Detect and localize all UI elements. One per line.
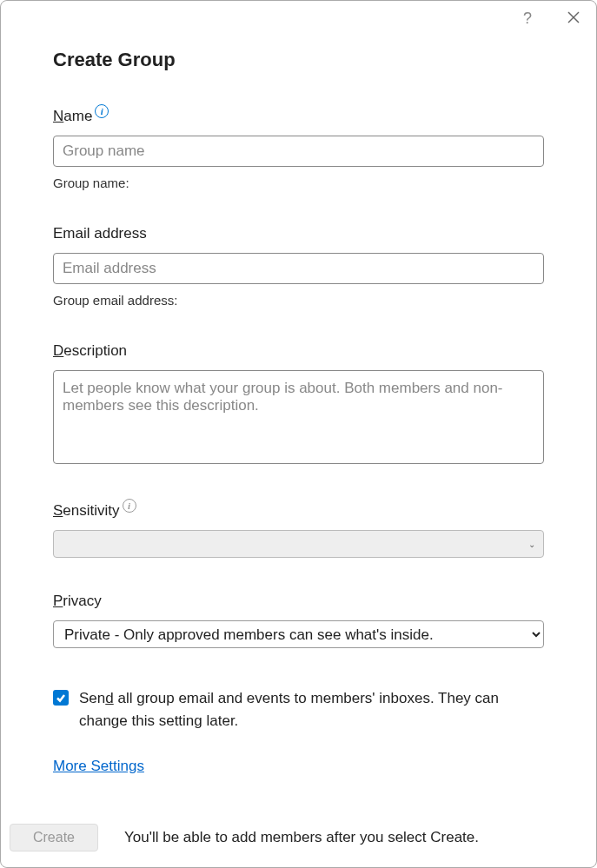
privacy-field-group: Privacy Private - Only approved members …	[53, 593, 544, 648]
description-label: Description	[53, 342, 544, 360]
description-input[interactable]	[53, 370, 544, 464]
close-icon[interactable]	[567, 10, 580, 28]
description-field-group: Description	[53, 342, 544, 467]
create-group-dialog: ? Create Group Name i Group name: Email …	[0, 0, 597, 868]
sensitivity-label: Sensitivity i	[53, 502, 544, 520]
dialog-title: Create Group	[53, 49, 544, 71]
more-settings-link[interactable]: More Settings	[53, 758, 144, 775]
privacy-select[interactable]: Private - Only approved members can see …	[53, 620, 544, 648]
sensitivity-select[interactable]	[53, 530, 544, 558]
email-label: Email address	[53, 225, 544, 242]
name-field-group: Name i Group name:	[53, 108, 544, 190]
info-icon[interactable]: i	[123, 499, 136, 513]
send-all-label: Send all group email and events to membe…	[79, 687, 544, 732]
email-hint: Group email address:	[53, 293, 544, 308]
help-icon[interactable]: ?	[523, 10, 532, 28]
name-hint: Group name:	[53, 176, 544, 190]
sensitivity-field-group: Sensitivity i ⌄	[53, 502, 544, 558]
info-icon[interactable]: i	[95, 104, 109, 118]
dialog-content: Create Group Name i Group name: Email ad…	[1, 28, 596, 815]
create-button[interactable]: Create	[10, 824, 98, 851]
send-all-checkbox[interactable]	[53, 690, 69, 706]
name-input[interactable]	[53, 136, 544, 167]
send-all-checkbox-row: Send all group email and events to membe…	[53, 687, 544, 732]
name-label: Name i	[53, 108, 544, 125]
titlebar: ?	[1, 1, 596, 28]
email-input[interactable]	[53, 253, 544, 284]
email-field-group: Email address Group email address:	[53, 225, 544, 308]
footer-text: You'll be able to add members after you …	[124, 829, 479, 846]
privacy-label: Privacy	[53, 593, 544, 610]
dialog-footer: Create You'll be able to add members aft…	[1, 815, 596, 867]
